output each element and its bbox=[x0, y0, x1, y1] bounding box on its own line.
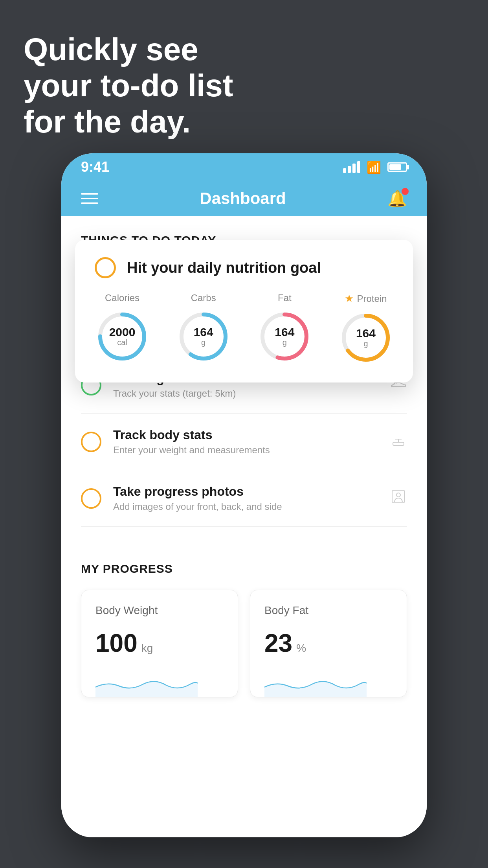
progress-unit: kg bbox=[141, 642, 153, 655]
todo-subtitle: Track your stats (target: 5km) bbox=[113, 388, 236, 399]
todo-item[interactable]: Track body stats Enter your weight and m… bbox=[81, 414, 407, 470]
nutrition-value: 164 bbox=[275, 326, 294, 338]
nutrition-unit: cal bbox=[109, 338, 136, 347]
progress-section: MY PROGRESS Body Weight 100 kg Body Fat … bbox=[61, 542, 427, 697]
progress-value: 23 bbox=[264, 629, 292, 658]
nutrition-circle: 164 g bbox=[176, 309, 231, 364]
nutrition-value: 164 bbox=[356, 327, 376, 339]
nutrition-grid: Calories 2000 cal Carbs 164 g Fat bbox=[95, 292, 393, 365]
progress-header: MY PROGRESS bbox=[81, 562, 407, 576]
nav-title: Dashboard bbox=[200, 189, 286, 208]
progress-cards: Body Weight 100 kg Body Fat 23 % bbox=[81, 590, 407, 697]
todo-title: Track body stats bbox=[113, 428, 270, 442]
card-title-row: Hit your daily nutrition goal bbox=[95, 257, 393, 278]
signal-icon bbox=[343, 161, 360, 173]
star-icon: ★ bbox=[345, 292, 354, 305]
phone-frame: 9:41 📶 Dashboard 🔔 THINGS TO DO TODAY bbox=[61, 153, 427, 837]
nutrition-unit: g bbox=[356, 339, 376, 348]
battery-icon bbox=[387, 162, 407, 172]
headline: Quickly see your to-do list for the day. bbox=[24, 31, 233, 140]
todo-left: Take progress photos Add images of your … bbox=[81, 484, 282, 512]
nutrition-label: Protein bbox=[357, 293, 387, 304]
svg-point-10 bbox=[396, 493, 400, 497]
headline-line1: Quickly see bbox=[24, 31, 233, 68]
nutrition-label-row: Carbs bbox=[191, 292, 216, 303]
nutrition-circle: 164 g bbox=[257, 309, 312, 364]
notification-dot bbox=[402, 188, 409, 195]
nutrition-item: Calories 2000 cal bbox=[95, 292, 150, 364]
nutrition-item: Carbs 164 g bbox=[176, 292, 231, 364]
progress-unit: % bbox=[296, 642, 306, 655]
status-icons: 📶 bbox=[343, 160, 407, 174]
progress-card[interactable]: Body Weight 100 kg bbox=[81, 590, 238, 697]
status-time: 9:41 bbox=[81, 159, 109, 175]
wave-chart bbox=[95, 669, 224, 697]
nutrition-label-row: ★Protein bbox=[345, 292, 387, 305]
nutrition-label-row: Calories bbox=[105, 292, 139, 303]
todo-title: Take progress photos bbox=[113, 484, 282, 499]
todo-subtitle: Enter your weight and measurements bbox=[113, 445, 270, 456]
svg-rect-8 bbox=[393, 442, 404, 445]
menu-button[interactable] bbox=[81, 193, 98, 204]
circle-center: 2000 cal bbox=[109, 326, 136, 347]
nutrition-label: Fat bbox=[278, 292, 292, 303]
progress-value-row: 23 % bbox=[264, 629, 393, 658]
progress-card-title: Body Fat bbox=[264, 604, 393, 617]
todo-checkbox[interactable] bbox=[81, 488, 101, 509]
progress-value-row: 100 kg bbox=[95, 629, 224, 658]
wave-chart bbox=[264, 669, 393, 697]
progress-card-title: Body Weight bbox=[95, 604, 224, 617]
progress-card[interactable]: Body Fat 23 % bbox=[250, 590, 407, 697]
circle-center: 164 g bbox=[275, 326, 294, 347]
circle-center: 164 g bbox=[356, 327, 376, 348]
todo-icon bbox=[390, 488, 407, 509]
nutrition-circle: 2000 cal bbox=[95, 309, 150, 364]
circle-center: 164 g bbox=[194, 326, 213, 347]
todo-left: Track body stats Enter your weight and m… bbox=[81, 428, 270, 456]
nutrition-value: 164 bbox=[194, 326, 213, 338]
nutrition-item: Fat 164 g bbox=[257, 292, 312, 364]
notification-button[interactable]: 🔔 bbox=[387, 189, 407, 208]
status-bar: 9:41 📶 bbox=[61, 153, 427, 181]
todo-subtitle: Add images of your front, back, and side bbox=[113, 501, 282, 512]
nutrition-label: Carbs bbox=[191, 292, 216, 303]
wave-svg bbox=[264, 669, 367, 697]
nutrition-item: ★Protein 164 g bbox=[338, 292, 393, 365]
todo-icon bbox=[390, 431, 407, 452]
todo-checkbox[interactable] bbox=[81, 432, 101, 452]
nutrition-value: 2000 bbox=[109, 326, 136, 338]
todo-text: Take progress photos Add images of your … bbox=[113, 484, 282, 512]
todo-item[interactable]: Take progress photos Add images of your … bbox=[81, 470, 407, 527]
todo-circle-nutrition bbox=[95, 257, 116, 278]
wifi-icon: 📶 bbox=[367, 160, 381, 174]
nutrition-label: Calories bbox=[105, 292, 139, 303]
nutrition-unit: g bbox=[194, 338, 213, 347]
progress-value: 100 bbox=[95, 629, 138, 658]
nav-bar: Dashboard 🔔 bbox=[61, 181, 427, 216]
phone-content: THINGS TO DO TODAY Hit your daily nutrit… bbox=[61, 216, 427, 837]
nutrition-label-row: Fat bbox=[278, 292, 292, 303]
card-title: Hit your daily nutrition goal bbox=[127, 259, 321, 276]
todo-text: Track body stats Enter your weight and m… bbox=[113, 428, 270, 456]
nutrition-card: Hit your daily nutrition goal Calories 2… bbox=[75, 240, 413, 383]
wave-svg bbox=[95, 669, 198, 697]
headline-line3: for the day. bbox=[24, 104, 233, 140]
nutrition-circle: 164 g bbox=[338, 310, 393, 365]
headline-line2: your to-do list bbox=[24, 68, 233, 104]
nutrition-unit: g bbox=[275, 338, 294, 347]
